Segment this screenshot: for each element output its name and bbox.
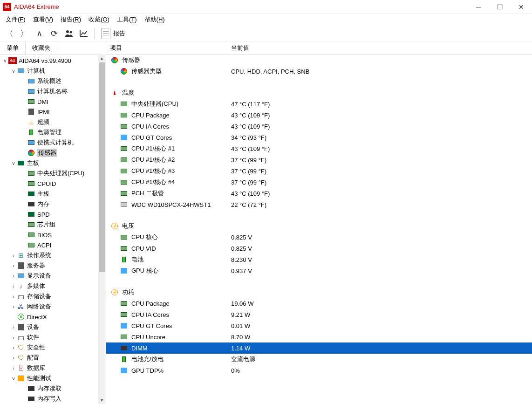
tree-item[interactable]: ·♨超频 <box>0 117 106 127</box>
expander-icon[interactable]: › <box>10 365 17 371</box>
expander-icon[interactable]: › <box>10 253 17 258</box>
close-button[interactable]: ✕ <box>511 0 532 14</box>
tree-item[interactable]: ·便携式计算机 <box>0 137 106 148</box>
tree-item[interactable]: ∨主板 <box>0 158 106 168</box>
content-body[interactable]: 传感器传感器类型CPU, HDD, ACPI, PCH, SNB🌡温度中央处理器… <box>106 55 532 404</box>
expander-icon[interactable]: › <box>10 324 17 330</box>
users-button[interactable] <box>62 27 75 40</box>
tree-item[interactable]: ›设备 <box>0 322 106 332</box>
tree-item[interactable]: ›🗄数据库 <box>0 363 106 373</box>
column-item-header[interactable]: 项目 <box>106 42 227 54</box>
tree-item[interactable]: ·DMI <box>0 96 106 107</box>
menu-item[interactable]: 收藏(O) <box>85 14 113 25</box>
data-row[interactable]: CPU GT Cores0.01 W <box>106 320 532 331</box>
data-row[interactable]: 电池充/放电交流电源 <box>106 354 532 365</box>
data-row[interactable]: CPU Package43 °C (109 °F) <box>106 110 532 121</box>
expander-icon[interactable]: ∨ <box>10 68 17 74</box>
tab-favorites[interactable]: 收藏夹 <box>26 42 57 54</box>
refresh-button[interactable]: ⟳ <box>48 27 61 40</box>
back-button[interactable]: 〈 <box>3 27 16 40</box>
data-row[interactable]: CPU #1/核心 #437 °C (99 °F) <box>106 177 532 188</box>
expander-icon[interactable]: › <box>10 345 17 350</box>
expander-icon[interactable]: › <box>10 335 17 340</box>
tree-item[interactable]: ·ACPI <box>0 240 106 250</box>
expander-icon[interactable]: ∨ <box>2 58 8 64</box>
section-header[interactable]: ⚡功耗 <box>106 287 532 298</box>
data-row[interactable]: CPU #1/核心 #143 °C (109 °F) <box>106 143 532 154</box>
report-button[interactable]: 报告 <box>98 28 128 39</box>
data-row[interactable]: CPU GT Cores34 °C (93 °F) <box>106 132 532 143</box>
tree-item[interactable]: ›♪多媒体 <box>0 281 106 291</box>
menu-item[interactable]: 工具(T) <box>113 14 141 25</box>
tree-item[interactable]: ›⊞操作系统 <box>0 250 106 260</box>
section-header[interactable]: 🌡温度 <box>106 87 532 98</box>
maximize-button[interactable]: ☐ <box>489 0 511 14</box>
expander-icon[interactable]: › <box>10 304 17 309</box>
section-header[interactable]: ⚡电压 <box>106 220 532 232</box>
tree-item[interactable]: ·IPMI <box>0 107 106 117</box>
expander-icon[interactable]: › <box>10 263 17 268</box>
tree-item[interactable]: ›显示设备 <box>0 271 106 281</box>
expander-icon[interactable]: ∨ <box>10 376 17 382</box>
data-row[interactable]: GPU TDP%0% <box>106 365 532 376</box>
tree-item[interactable]: ∨计算机 <box>0 66 106 76</box>
tree-item[interactable]: ·内存读取 <box>0 383 106 394</box>
tree-item[interactable]: ›服务器 <box>0 260 106 271</box>
tree-item[interactable]: ∨性能测试 <box>0 373 106 383</box>
data-row[interactable]: CPU #1/核心 #237 °C (99 °F) <box>106 154 532 165</box>
data-row[interactable]: CPU 核心0.825 V <box>106 232 532 243</box>
nav-tree[interactable]: ∨ 64 AIDA64 v5.99.4900 ∨计算机·系统概述·计算机名称·D… <box>0 55 106 404</box>
tree-item[interactable]: ·芯片组 <box>0 219 106 230</box>
expander-icon[interactable]: › <box>10 294 17 299</box>
expander-icon[interactable]: › <box>10 273 17 279</box>
data-row[interactable]: 中央处理器(CPU)47 °C (117 °F) <box>106 98 532 110</box>
scroll-up-icon[interactable]: ▴ <box>98 54 106 62</box>
tree-item[interactable]: ·传感器 <box>0 148 106 158</box>
scrollbar-thumb[interactable] <box>99 62 105 272</box>
sidebar-scrollbar[interactable]: ▴ ▾ <box>98 54 106 404</box>
menu-item[interactable]: 报告(R) <box>57 14 85 25</box>
tree-item[interactable]: ›🖧网络设备 <box>0 301 106 312</box>
section-header[interactable]: 传感器 <box>106 55 532 66</box>
column-value-header[interactable]: 当前值 <box>227 42 253 54</box>
tree-item[interactable]: ·内存 <box>0 199 106 209</box>
menu-item[interactable]: 文件(F) <box>2 14 29 25</box>
minimize-button[interactable]: ─ <box>468 0 489 14</box>
data-row[interactable]: CPU Package19.06 W <box>106 298 532 309</box>
up-button[interactable]: ∧ <box>33 27 46 40</box>
tab-menu[interactable]: 菜单 <box>0 42 26 54</box>
data-row[interactable]: CPU VID0.825 V <box>106 243 532 254</box>
data-row[interactable]: CPU IA Cores9.21 W <box>106 309 532 320</box>
tree-item[interactable]: ·CPUID <box>0 178 106 189</box>
data-row[interactable]: DIMM1.14 W <box>106 342 532 354</box>
data-row[interactable]: CPU IA Cores43 °C (109 °F) <box>106 121 532 132</box>
data-row[interactable]: 传感器类型CPU, HDD, ACPI, PCH, SNB <box>106 66 532 77</box>
data-row[interactable]: CPU Uncore8.70 W <box>106 331 532 342</box>
tree-item[interactable]: ·系统概述 <box>0 76 106 86</box>
menu-item[interactable]: 帮助(H) <box>141 14 169 25</box>
expander-icon[interactable]: ∨ <box>10 160 17 166</box>
tree-root[interactable]: ∨ 64 AIDA64 v5.99.4900 <box>0 55 106 66</box>
expander-icon[interactable]: › <box>10 355 17 361</box>
forward-button[interactable]: 〉 <box>18 27 31 40</box>
tree-item[interactable]: ›🖴软件 <box>0 332 106 342</box>
tree-item[interactable]: ·SPD <box>0 209 106 219</box>
data-row[interactable]: 电池8.230 V <box>106 254 532 265</box>
tree-item[interactable]: ›🛡安全性 <box>0 342 106 353</box>
tree-item[interactable]: ›🖴存储设备 <box>0 291 106 301</box>
tree-item[interactable]: ·主板 <box>0 189 106 199</box>
tree-item[interactable]: ·计算机名称 <box>0 86 106 96</box>
data-row[interactable]: GPU 核心0.937 V <box>106 265 532 276</box>
tree-item[interactable]: ·BIOS <box>0 230 106 240</box>
data-row[interactable]: WDC WD10SPCX-24HWST122 °C (72 °F) <box>106 199 532 210</box>
tree-item[interactable]: ·XDirectX <box>0 312 106 322</box>
menu-item[interactable]: 查看(V) <box>29 14 57 25</box>
tree-item[interactable]: ›🛡配置 <box>0 353 106 363</box>
tree-item[interactable]: ·电源管理 <box>0 127 106 137</box>
data-row[interactable]: PCH 二极管43 °C (109 °F) <box>106 188 532 199</box>
tree-item[interactable]: ·中央处理器(CPU) <box>0 168 106 178</box>
scroll-down-icon[interactable]: ▾ <box>98 396 106 404</box>
expander-icon[interactable]: › <box>10 283 17 289</box>
graph-button[interactable] <box>77 27 90 40</box>
tree-item[interactable]: ·内存写入 <box>0 394 106 404</box>
